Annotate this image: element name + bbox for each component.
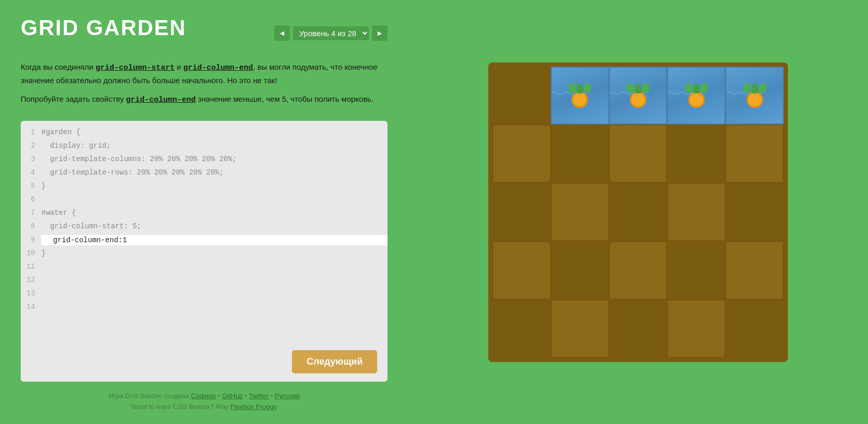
- garden-cell: [667, 300, 725, 358]
- line-content-8: grid-column-start: 5;: [41, 220, 388, 233]
- code-line-14: 14: [21, 301, 388, 314]
- garden-cell: [667, 67, 725, 125]
- line-num-10: 10: [21, 247, 41, 260]
- line-num-14: 14: [21, 301, 41, 313]
- header-row: GRID GARDEN ◄ Уровень 4 из 28 ►: [21, 15, 388, 51]
- line-num-1: 1: [21, 126, 41, 139]
- codepip-link[interactable]: Codepip: [191, 392, 215, 400]
- garden-cell: [551, 124, 609, 183]
- footer-bullet2: •: [245, 392, 249, 400]
- garden-cell: [609, 241, 668, 300]
- line-num-7: 7: [21, 207, 41, 219]
- line-num-2: 2: [21, 139, 41, 152]
- garden-cell: [725, 241, 784, 300]
- garden-cell: [725, 67, 784, 125]
- garden-cell: [609, 183, 668, 241]
- left-panel: GRID GARDEN ◄ Уровень 4 из 28 ► Когда вы…: [0, 0, 408, 424]
- carrot-plant: [568, 83, 591, 108]
- line-num-5: 5: [21, 180, 41, 193]
- line-num-3: 3: [21, 153, 41, 166]
- garden-cell: [492, 183, 551, 241]
- line-num-12: 12: [21, 274, 41, 287]
- prev-level-button[interactable]: ◄: [274, 25, 290, 41]
- garden-cell: [551, 300, 609, 358]
- garden-cell: [609, 300, 668, 358]
- line-num-13: 13: [21, 287, 41, 300]
- garden-cell: [492, 241, 551, 300]
- code-line-10: 10 }: [21, 247, 388, 260]
- flexbox-text: Want to learn CSS flexbox? Play: [131, 403, 230, 411]
- code-line-7: 7 #water {: [21, 207, 388, 220]
- garden-cell: [725, 124, 784, 183]
- line-num-4: 4: [21, 166, 41, 179]
- code-line-8: 8 grid-column-start: 5;: [21, 220, 388, 233]
- code-line-13: 13: [21, 287, 388, 301]
- line-content-2: display: grid;: [41, 139, 388, 152]
- game-title: GRID GARDEN: [21, 15, 187, 40]
- footer-flexbox: Want to learn CSS flexbox? Play Flexbox …: [21, 403, 388, 411]
- flexbox-froggy-link[interactable]: Flexbox Froggy: [230, 403, 277, 411]
- line-content-1: #garden {: [41, 126, 388, 139]
- footer-credits: Игра Grid Garden создана Codepip • GitHu…: [21, 392, 388, 400]
- desc-paragraph-1: Когда вы соединяли grid-column-start и g…: [21, 61, 388, 87]
- line-content-5: }: [41, 180, 388, 193]
- code-line-5: 5 }: [21, 180, 388, 193]
- desc-paragraph-2: Попробуйте задать свойству grid-column-e…: [21, 93, 388, 106]
- code-line-12: 12: [21, 274, 388, 287]
- garden-cell: [609, 124, 668, 183]
- garden-cell: [492, 124, 551, 183]
- line-content-7: #water {: [41, 207, 388, 219]
- garden-cell: [667, 183, 725, 241]
- code-start-inline: grid-column-start: [96, 64, 175, 72]
- code-lines: 1 #garden { 2 display: grid; 3 grid-temp…: [21, 121, 388, 345]
- garden-grid: [488, 62, 788, 362]
- garden-cell: [492, 300, 551, 358]
- garden-cell: [551, 67, 609, 125]
- footer-bullet3: •: [271, 392, 275, 400]
- level-nav-container: ◄ Уровень 4 из 28 ►: [274, 25, 388, 41]
- level-dropdown[interactable]: Уровень 4 из 28: [293, 26, 369, 40]
- carrot-plant: [685, 83, 708, 108]
- code-input-line9[interactable]: [41, 235, 388, 245]
- carrot-plant: [743, 83, 766, 108]
- code-line-11: 11: [21, 260, 388, 274]
- garden-cell: [551, 183, 609, 241]
- line-num-9: 9: [21, 233, 41, 246]
- code-line-6: 6: [21, 193, 388, 207]
- garden-cell: [492, 67, 551, 125]
- garden-cell: [551, 241, 609, 300]
- code-line-3: 3 grid-template-columns: 20% 20% 20% 20%…: [21, 153, 388, 166]
- next-button[interactable]: Следующий: [292, 350, 377, 373]
- line-num-6: 6: [21, 193, 41, 206]
- line-content-10: }: [41, 247, 388, 260]
- description: Когда вы соединяли grid-column-start и g…: [21, 61, 388, 113]
- line-content-4: grid-template-rows: 20% 20% 20% 20% 20%;: [41, 166, 388, 179]
- carrot-plant: [627, 83, 649, 108]
- garden-cell: [725, 300, 784, 358]
- footer: Игра Grid Garden создана Codepip • GitHu…: [21, 392, 388, 414]
- right-panel: [408, 0, 868, 424]
- line-num-8: 8: [21, 220, 41, 233]
- next-level-button[interactable]: ►: [372, 25, 388, 41]
- line-num-11: 11: [21, 260, 41, 273]
- garden-cell: [667, 124, 725, 183]
- code-editor: 1 #garden { 2 display: grid; 3 grid-temp…: [21, 121, 388, 382]
- code-prop-inline: grid-column-end: [126, 96, 196, 104]
- github-link[interactable]: GitHub: [222, 392, 243, 400]
- garden-cell: [667, 241, 725, 300]
- code-line-4: 4 grid-template-rows: 20% 20% 20% 20% 20…: [21, 166, 388, 180]
- line-content-3: grid-template-columns: 20% 20% 20% 20% 2…: [41, 153, 388, 166]
- footer-bullet1: •: [218, 392, 222, 400]
- twitter-link[interactable]: Twitter: [249, 392, 269, 400]
- footer-text-before: Игра Grid Garden создана: [109, 392, 191, 400]
- lang-link[interactable]: Русский: [275, 392, 300, 400]
- code-line-1: 1 #garden {: [21, 126, 388, 139]
- code-line-9[interactable]: 9: [21, 233, 388, 247]
- code-line-2: 2 display: grid;: [21, 139, 388, 153]
- code-end-inline: grid-column-end: [183, 64, 253, 72]
- garden-cell: [609, 67, 668, 125]
- garden-cell: [725, 183, 784, 241]
